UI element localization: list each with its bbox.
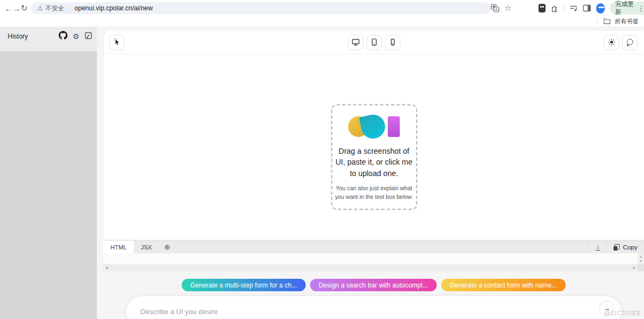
theme-toggle-button[interactable]	[604, 35, 619, 50]
annotate-cursor-button[interactable]	[109, 35, 125, 50]
browser-toolbar: ← → ↻ ⚠ 不安全 openui.vip.cpolar.cn/ai/new …	[0, 0, 644, 16]
download-button[interactable]: ↓	[589, 241, 606, 253]
desktop-view-button[interactable]	[348, 35, 363, 50]
chrome-update-button[interactable]: 完成更新 ⋮	[610, 2, 644, 15]
extensions-puzzle-icon[interactable]	[550, 3, 559, 13]
copy-icon	[614, 244, 620, 251]
suggestion-search-bar[interactable]: Design a search bar with autocompl...	[310, 279, 437, 291]
suggestion-contact-form[interactable]: Generate a contact form with name...	[441, 279, 566, 291]
github-icon[interactable]	[59, 31, 67, 42]
code-editor-area[interactable]	[103, 253, 637, 264]
copy-label: Copy	[623, 244, 637, 251]
suggestion-pills: Generate a multi-step form for a ch... D…	[103, 279, 644, 291]
warning-icon: ⚠	[38, 5, 44, 11]
mobile-view-button[interactable]	[385, 35, 400, 50]
scroll-right-icon[interactable]: ▸	[633, 265, 635, 270]
bookmarks-bar: │ 所有书签	[0, 16, 644, 27]
settings-gear-icon[interactable]: ⚙	[72, 33, 79, 40]
upload-dropzone[interactable]: Drag a screenshot of UI, paste it, or cl…	[331, 104, 417, 210]
toolbar-divider	[564, 4, 565, 12]
url-text: openui.vip.cpolar.cn/ai/new	[75, 4, 153, 12]
bookmark-star-icon[interactable]: ☆	[504, 3, 512, 13]
media-controls-icon[interactable]	[569, 3, 578, 13]
back-icon[interactable]: ←	[4, 1, 13, 15]
tab-html[interactable]: HTML	[103, 241, 134, 253]
prompt-bar: →	[103, 296, 644, 319]
logo-bar-shape	[388, 116, 400, 137]
openui-logo	[347, 115, 401, 139]
bookmarks-divider: │	[596, 18, 599, 25]
dropzone-subtext: You can also just explain what you want …	[333, 184, 415, 202]
preview-panel: Drag a screenshot of UI, paste it, or cl…	[103, 30, 644, 240]
side-panel-icon[interactable]	[583, 3, 591, 13]
reload-icon[interactable]: ↻	[21, 1, 28, 15]
logo-blob-shape	[358, 112, 387, 141]
suggestion-multistep-form[interactable]: Generate a multi-step form for a ch...	[182, 279, 306, 291]
copy-button[interactable]: Copy	[606, 241, 644, 253]
forward-icon[interactable]: →	[13, 1, 21, 15]
openui-app: History ⚙	[0, 27, 644, 319]
scroll-down-icon[interactable]: ▾	[640, 259, 642, 263]
chat-feedback-button[interactable]	[622, 35, 637, 50]
code-tab-bar: HTML JSX ⊕ ↓ Copy	[103, 240, 644, 253]
new-chat-edit-icon[interactable]	[84, 32, 92, 42]
menu-dots-icon[interactable]: ⋮	[637, 4, 644, 12]
prompt-input[interactable]	[140, 301, 581, 319]
folder-icon	[603, 18, 611, 26]
svg-text:A: A	[495, 8, 498, 11]
download-icon: ↓	[596, 244, 600, 251]
dropzone-heading: Drag a screenshot of UI, paste it, or cl…	[335, 146, 414, 179]
scrollbar-corner	[637, 264, 644, 271]
tab-jsx[interactable]: JSX	[134, 241, 159, 253]
translate-icon[interactable]: A	[491, 3, 499, 13]
profile-avatar[interactable]	[596, 3, 605, 14]
all-bookmarks-button[interactable]: 所有书签	[615, 17, 639, 26]
security-chip[interactable]: ⚠ 不安全	[38, 4, 70, 12]
scroll-left-icon[interactable]: ◂	[106, 265, 108, 270]
security-label: 不安全	[45, 4, 64, 12]
tablet-view-button[interactable]	[367, 35, 382, 50]
update-label: 完成更新	[615, 0, 634, 16]
preview-toolbar	[104, 30, 644, 54]
watermark-text: @51CTO博客	[604, 309, 641, 317]
vertical-scrollbar[interactable]: ▴ ▾	[637, 253, 644, 264]
extension-icon[interactable]	[538, 4, 546, 12]
add-tab-icon[interactable]: ⊕	[159, 241, 175, 253]
horizontal-scrollbar[interactable]: ◂ ▸	[103, 264, 637, 271]
sidebar-title: History	[8, 33, 28, 40]
history-sidebar: History ⚙	[0, 27, 97, 319]
address-bar[interactable]: ⚠ 不安全 openui.vip.cpolar.cn/ai/new	[31, 2, 491, 14]
scroll-up-icon[interactable]: ▴	[640, 254, 642, 258]
